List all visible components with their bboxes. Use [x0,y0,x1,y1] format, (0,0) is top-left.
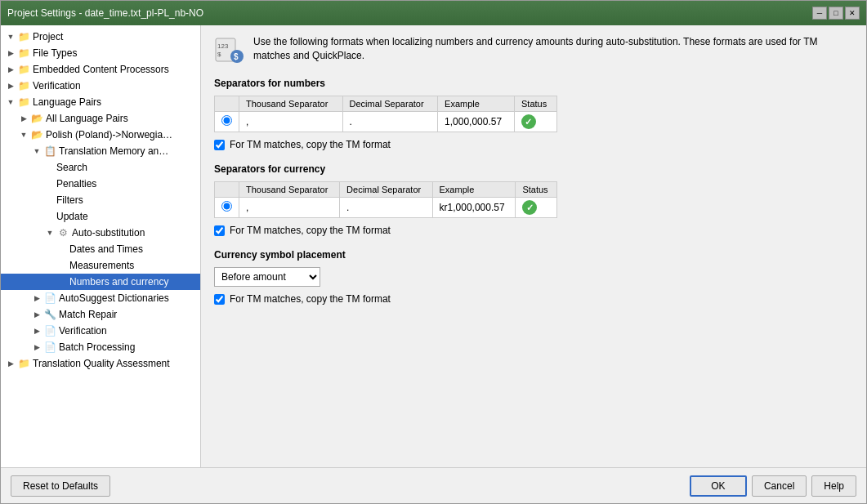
title-bar: Project Settings - date_time.txt_pl-PL_n… [1,1,866,25]
sidebar-item-measurements[interactable]: ▶ Measurements [1,257,200,274]
sidebar-label-tm: Translation Memory and Autom [59,145,173,157]
expander-batch: ▶ [30,341,43,354]
sidebar-label-autosuggest: AutoSuggest Dictionaries [59,292,169,304]
minimize-button[interactable]: ─ [812,7,827,20]
header-description: Use the following formats when localizin… [253,35,853,63]
currency-radio[interactable] [221,201,232,212]
numbers-thousand-cell: , [239,112,343,132]
expander-match-repair: ▶ [30,308,43,321]
sidebar-item-filters[interactable]: ▶ Filters [1,192,200,208]
sidebar-item-embedded[interactable]: ▶ 📁 Embedded Content Processors [1,61,200,78]
currency-section: Separators for currency Thousand Separat… [214,163,853,236]
ok-button[interactable]: OK [690,475,747,497]
folder-icon-pn: 📂 [30,128,43,141]
currency-radio-cell[interactable] [215,198,239,218]
currency-checkbox-row: For TM matches, copy the TM format [214,225,853,236]
sidebar-label-search: Search [56,162,87,173]
sidebar-item-project[interactable]: ▼ 📁 Project [1,29,200,45]
col-thousand-header: Thousand Separator [239,96,343,112]
sidebar-item-verification[interactable]: ▶ 📁 Verification [1,78,200,94]
header-section: 123 $ $ Use the following formats when l… [214,35,853,65]
sidebar-item-batch[interactable]: ▶ 📄 Batch Processing [1,339,200,355]
currency-table-row: , . kr1,000,000.57 ✓ [215,198,557,218]
sidebar-label-all-lp: All Language Pairs [46,113,128,124]
folder-icon-all-lp: 📂 [30,112,43,125]
currency-table: Thousand Separator Decimal Separator Exa… [214,181,557,218]
svg-text:$: $ [217,51,221,58]
sidebar-label-project: Project [33,31,63,42]
numbers-checkbox-row: For TM matches, copy the TM format [214,139,853,150]
sidebar-label-polish-norwegian: Polish (Poland)->Norwegian Bokmål [46,129,177,140]
expander-project: ▼ [4,30,17,43]
bottom-bar: Reset to Defaults OK Cancel Help [1,467,866,503]
expander-file-types: ▶ [4,47,17,60]
numbers-table-row: , . 1,000,000.57 ✓ [215,112,557,132]
gear-icon-auto-sub: ⚙ [56,226,69,239]
placement-tm-checkbox[interactable] [214,294,225,305]
sidebar-item-polish-norwegian[interactable]: ▼ 📂 Polish (Poland)->Norwegian Bokmål [1,127,200,143]
sidebar-item-auto-sub[interactable]: ▼ ⚙ Auto-substitution [1,225,200,241]
expander-tm: ▼ [30,145,43,158]
cancel-button[interactable]: Cancel [752,475,807,497]
placement-checkbox-row: For TM matches, copy the TM format [214,293,853,305]
sidebar-item-match-repair[interactable]: ▶ 🔧 Match Repair [1,306,200,323]
main-window: Project Settings - date_time.txt_pl-PL_n… [0,0,867,504]
numbers-radio-cell[interactable] [215,112,239,132]
currency-status-cell: ✓ [516,198,557,218]
sidebar-label-verification2: Verification [59,325,107,337]
numbers-section-title: Separators for numbers [214,78,853,89]
currency-status-icon: ✓ [522,200,537,215]
sidebar-item-tm[interactable]: ▼ 📋 Translation Memory and Autom [1,143,200,159]
sidebar-item-dates[interactable]: ▶ Dates and Times [1,241,200,257]
cur-col-decimal-header: Decimal Separator [340,182,432,198]
sidebar-label-verification: Verification [33,80,81,91]
col-radio-header [215,96,239,112]
placement-dropdown[interactable]: Before amount After amount [214,267,320,287]
sidebar-item-all-lp[interactable]: ▶ 📂 All Language Pairs [1,110,200,127]
currency-tm-checkbox[interactable] [214,225,225,236]
numbers-status-cell: ✓ [514,112,556,132]
expander-polish-norwegian: ▼ [17,128,30,141]
cur-col-thousand-header: Thousand Separator [239,182,340,198]
numbers-decimal-cell: . [342,112,438,132]
sidebar-item-penalties[interactable]: ▶ Penalties [1,176,200,192]
folder-icon-tqa: 📁 [17,357,30,370]
sidebar-item-file-types[interactable]: ▶ 📁 File Types [1,45,200,61]
expander-all-lp: ▶ [17,112,30,125]
sidebar-item-update[interactable]: ▶ Update [1,208,200,225]
cur-col-example-header: Example [432,182,516,198]
expander-language-pairs: ▼ [4,96,17,109]
sidebar-item-verification2[interactable]: ▶ 📄 Verification [1,323,200,339]
sidebar-item-tqa[interactable]: ▶ 📁 Translation Quality Assessment [1,355,200,372]
header-icon: 123 $ $ [214,35,244,65]
placement-dropdown-row: Before amount After amount [214,267,853,287]
sidebar-item-autosuggest[interactable]: ▶ 📄 AutoSuggest Dictionaries [1,290,200,306]
numbers-section: Separators for numbers Thousand Separato… [214,78,853,150]
expander-verification: ▶ [4,79,17,92]
sidebar-label-batch: Batch Processing [59,341,135,353]
folder-icon: 📁 [17,30,30,43]
reset-button[interactable]: Reset to Defaults [11,475,110,497]
currency-tm-label: For TM matches, copy the TM format [230,225,391,236]
expander-autosuggest: ▶ [30,292,43,305]
currency-thousand-cell: , [239,198,340,218]
window-controls: ─ □ ✕ [812,7,860,20]
numbers-radio[interactable] [221,115,232,126]
main-panel: 123 $ $ Use the following formats when l… [201,25,866,467]
placement-section: Currency symbol placement Before amount … [214,249,853,305]
sidebar-item-language-pairs[interactable]: ▼ 📁 Language Pairs [1,94,200,110]
sidebar-item-search[interactable]: ▶ Search [1,159,200,176]
col-decimal-header: Decimal Separator [342,96,438,112]
help-button[interactable]: Help [811,475,856,497]
numbers-table: Thousand Separator Decimal Separator Exa… [214,96,557,132]
numbers-tm-checkbox[interactable] [214,140,225,150]
sidebar-item-numbers[interactable]: ▶ Numbers and currency [1,274,200,290]
maximize-button[interactable]: □ [829,7,843,20]
tm-icon: 📋 [43,145,56,158]
folder-icon-verification: 📁 [17,79,30,92]
sidebar-label-numbers: Numbers and currency [69,276,168,288]
col-example-header: Example [438,96,515,112]
sidebar-label-auto-sub: Auto-substitution [72,227,145,239]
close-button[interactable]: ✕ [845,7,860,20]
sidebar-label-file-types: File Types [33,47,77,59]
